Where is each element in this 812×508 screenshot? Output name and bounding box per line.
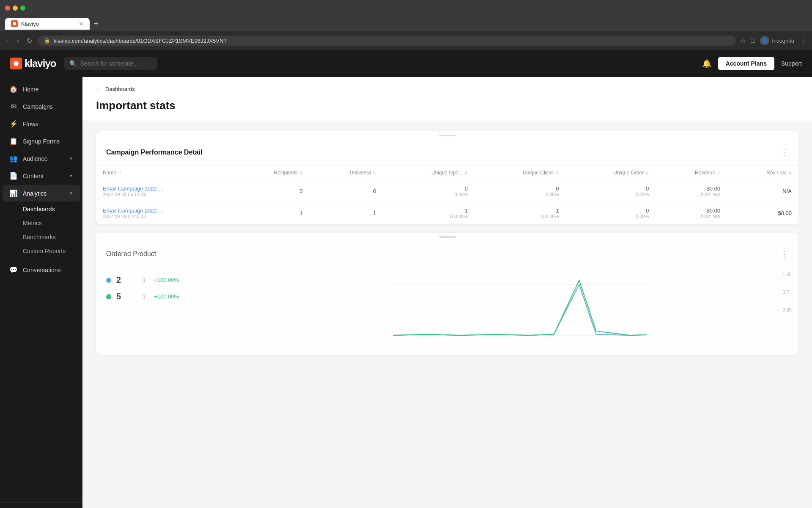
signup-forms-icon: 📋 [9,137,18,145]
browser-tab[interactable]: Klaviyo ✕ [5,18,90,30]
sidebar-subitem-benchmarks[interactable]: Benchmarks [3,230,80,244]
home-icon: 🏠 [9,85,18,93]
op-value-2: 5 [116,292,129,301]
close-dot[interactable] [5,6,10,11]
sidebar-item-flows[interactable]: ⚡ Flows [3,116,80,132]
ordered-product-header: Ordered Product ⋮ [96,241,798,267]
support-link[interactable]: Support [781,60,802,67]
col-name[interactable]: Name⇅ [96,166,232,180]
favicon [11,20,18,27]
sidebar-item-content[interactable]: 📄 Content ▼ [3,168,80,184]
chart-y-label-bot: 0.35 [783,307,792,312]
conversations-icon: 💬 [9,266,18,274]
sidebar-conversations-label: Conversations [23,267,73,273]
page-header: ← Dashboards Important stats [82,77,812,121]
main-content: ← Dashboards Important stats Campaign Pe… [82,77,812,508]
row1-unique-order: 0 0.00% [565,180,656,202]
row1-delivered: 0 [310,180,383,202]
campaign-performance-table: Name⇅ Recipients⇅ Delivered⇅ Unique Ope.… [96,166,798,224]
notification-bell-icon[interactable]: 🔔 [702,59,711,68]
row2-order-pct: 0.00% [572,214,649,219]
campaign-performance-menu-button[interactable]: ⋮ [780,147,788,157]
drag-handle[interactable] [439,135,456,136]
reload-button[interactable]: ↻ [25,35,34,47]
op-value-1: 2 [116,275,129,285]
bookmark-icon[interactable]: ☆ [740,37,746,45]
breadcrumb-link: Dashboards [105,86,135,92]
sidebar-subitem-dashboards[interactable]: Dashboards [3,202,80,216]
sidebar-home-label: Home [23,86,73,93]
cards-area: Campaign Performance Detail ⋮ Name⇅ Reci… [82,121,812,365]
dashboards-label: Dashboards [23,206,55,213]
search-icon: 🔍 [69,60,77,67]
row2-aov: AOV: N/A [662,214,720,219]
op-row-2: 5 1 +100.00% [106,288,241,305]
content-icon: 📄 [9,172,18,180]
sidebar-campaigns-label: Campaigns [23,103,73,110]
row1-unique-opens: 0 0.00% [383,180,475,202]
row1-order-pct: 0.00% [572,192,649,197]
breadcrumb[interactable]: ← Dashboards [96,86,798,92]
maximize-dot[interactable] [20,6,25,11]
op-dot-1 [106,278,111,283]
sort-icon: ⇅ [464,171,468,175]
campaign-date-2: 2022-09-19 04:45:33 [103,214,225,219]
browser-chrome: Klaviyo ✕ + ‹ › ↻ 🔒 klaviyo.com/analytic… [0,0,812,50]
extensions-icon[interactable]: □ [751,37,755,44]
row1-rev-rec: N/A [727,180,798,202]
col-unique-order[interactable]: Unique Order⇅ [565,166,656,180]
search-bar[interactable]: 🔍 [64,57,157,70]
sidebar-subitem-custom-reports[interactable]: Custom Reports [3,244,80,258]
drag-handle-2[interactable] [439,236,456,238]
search-input[interactable] [80,60,148,67]
sidebar-item-analytics[interactable]: 📊 Analytics ▼ [3,185,80,202]
ordered-product-title: Ordered Product [106,250,156,258]
col-delivered[interactable]: Delivered⇅ [310,166,383,180]
tab-close-button[interactable]: ✕ [79,20,84,27]
flows-icon: ⚡ [9,120,18,128]
sort-icon: ⇅ [788,171,792,175]
ordered-product-menu-button[interactable]: ⋮ [780,249,788,259]
col-revenue[interactable]: Revenue⇅ [656,166,727,180]
op-row-1: 2 1 +100.00% [106,272,241,288]
sort-icon: ⇅ [118,171,121,175]
col-recipients[interactable]: Recipients⇅ [232,166,310,180]
ordered-product-chart [252,272,788,348]
sidebar-subitem-metrics[interactable]: Metrics [3,216,80,230]
analytics-submenu: Dashboards Metrics Benchmarks Custom Rep… [0,202,82,258]
campaign-cell: Email Campaign 2022-... 2022-09-19 06:11… [103,185,225,197]
forward-button[interactable]: › [15,35,20,46]
new-tab-button[interactable]: + [91,19,101,28]
breadcrumb-back-arrow: ← [96,86,102,92]
col-unique-opens[interactable]: Unique Ope...⇅ [383,166,475,180]
sidebar-audience-label: Audience [23,155,64,162]
op-dot-2 [106,294,111,299]
browser-nav-icons: ☆ □ 👤 Incognito ⋮ [740,36,807,45]
campaign-performance-header: Campaign Performance Detail ⋮ [96,140,798,166]
sidebar-item-signup-forms[interactable]: 📋 Signup Forms [3,133,80,149]
audience-chevron-icon: ▼ [69,156,73,161]
campaign-name-link[interactable]: Email Campaign 2022-... [103,185,225,192]
sidebar-item-audience[interactable]: 👥 Audience ▼ [3,150,80,167]
browser-menu-button[interactable]: ⋮ [799,36,807,45]
col-rev-rec[interactable]: Rev / rec⇅ [727,166,798,180]
logo-icon [10,58,22,69]
op-prev-1: 1 [143,277,145,283]
campaign-name-link-2[interactable]: Email Campaign 2022-... [103,207,225,214]
op-rows: 2 1 +100.00% 5 1 +100.00% [106,272,241,305]
row1-clicks-pct: 0.00% [481,192,559,197]
address-bar[interactable]: 🔒 klaviyo.com/analytics/dashboards/01GDA… [38,36,736,46]
sidebar-item-conversations[interactable]: 💬 Conversations [3,262,80,278]
back-button[interactable]: ‹ [5,35,11,46]
op-change-1: +100.00% [154,277,179,283]
col-unique-clicks[interactable]: Unique Clicks⇅ [475,166,565,180]
lock-icon: 🔒 [44,38,50,44]
sidebar-signup-forms-label: Signup Forms [23,138,73,145]
app-container: 🏠 Home ✉ Campaigns ⚡ Flows 📋 Signup Form… [0,77,812,508]
sidebar-item-campaigns[interactable]: ✉ Campaigns [3,98,80,115]
table-row: Email Campaign 2022-... 2022-09-19 06:11… [96,180,798,202]
sort-icon: ⇅ [645,171,649,175]
account-plans-button[interactable]: Account Plans [718,57,774,70]
minimize-dot[interactable] [13,6,18,11]
sidebar-item-home[interactable]: 🏠 Home [3,81,80,97]
